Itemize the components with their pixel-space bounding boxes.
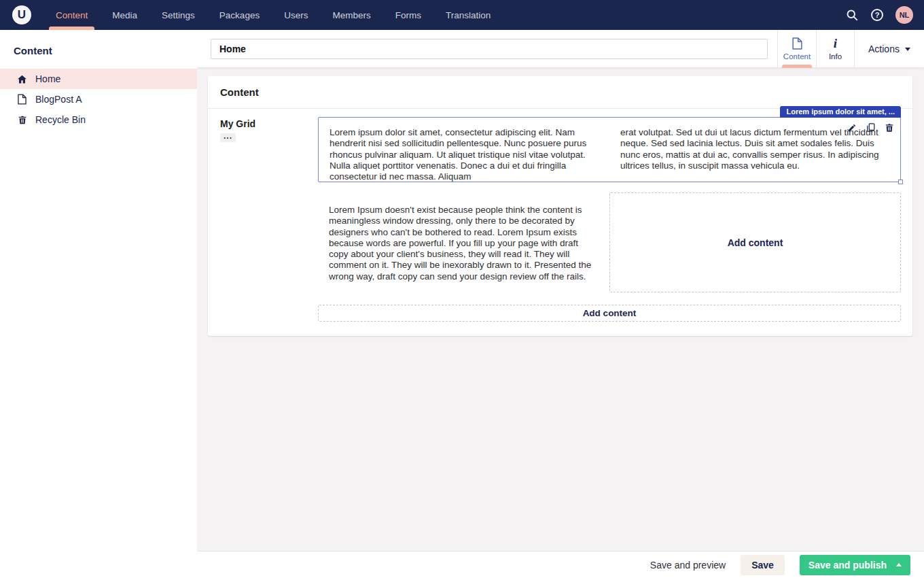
nav-item-label: Media — [112, 10, 137, 20]
grid-cell-tooltip: Lorem ipsum dolor sit amet, ... — [780, 106, 901, 118]
grid-row-selected[interactable]: Lorem ipsum dolor sit amet, ... Lorem ip… — [318, 117, 901, 182]
content-tree-sidebar: Content Home BlogPost A Recycle Bin — [0, 30, 197, 578]
tree-item-label: Home — [35, 73, 60, 84]
nav-item-label: Packages — [219, 10, 260, 20]
sidebar-item-blogpost-a[interactable]: BlogPost A — [0, 89, 197, 109]
page-name-input[interactable] — [211, 39, 768, 59]
help-icon[interactable]: ? — [871, 9, 883, 21]
copy-icon[interactable] — [866, 122, 876, 133]
nav-item-label: Users — [284, 10, 308, 20]
content-group-card: Content My Grid ... Lorem ipsum dolor si… — [208, 76, 912, 336]
search-icon[interactable] — [845, 8, 859, 22]
group-body: My Grid ... Lorem ipsum dolor sit amet, … — [208, 109, 912, 322]
editor-workspace: Content My Grid ... Lorem ipsum dolor si… — [197, 68, 924, 551]
property-label: My Grid — [220, 118, 318, 129]
actions-label: Actions — [868, 44, 900, 54]
editor-footer-bar: Save and preview Save Save and publish — [197, 551, 924, 578]
topnav-right-cluster: ? NL — [845, 6, 924, 24]
document-icon — [792, 36, 802, 50]
cell-resize-handle[interactable] — [898, 180, 903, 184]
tree-item-label: BlogPost A — [35, 94, 82, 105]
nav-item-translation[interactable]: Translation — [433, 0, 503, 30]
save-and-preview-button[interactable]: Save and preview — [650, 560, 726, 571]
nav-item-members[interactable]: Members — [320, 0, 383, 30]
nav-item-label: Content — [56, 10, 88, 20]
chevron-down-icon — [905, 48, 910, 51]
document-icon — [16, 94, 28, 105]
tree-item-label: Recycle Bin — [35, 114, 86, 125]
top-navigation-bar: U Content Media Settings Packages Users … — [0, 0, 924, 30]
nav-item-label: Members — [332, 10, 370, 20]
group-heading: Content — [208, 76, 912, 109]
save-button[interactable]: Save — [741, 555, 785, 575]
umbraco-logo-icon[interactable]: U — [12, 5, 31, 24]
nav-item-forms[interactable]: Forms — [383, 0, 433, 30]
tab-label: Info — [829, 52, 842, 61]
tab-label: Content — [783, 52, 811, 61]
sidebar-section-title: Content — [0, 30, 197, 69]
home-icon — [16, 74, 28, 84]
add-content-cell-button[interactable]: Add content — [609, 192, 901, 292]
editor-header: Content i Info Actions — [197, 30, 924, 68]
sidebar-item-recycle-bin[interactable]: Recycle Bin — [0, 109, 197, 130]
tab-content[interactable]: Content — [777, 30, 816, 68]
property-label-column: My Grid ... — [220, 117, 318, 322]
save-and-publish-label: Save and publish — [808, 560, 887, 571]
nav-item-users[interactable]: Users — [272, 0, 320, 30]
grid-row: Lorem Ipsum doesn't exist because people… — [318, 192, 901, 292]
nav-item-media[interactable]: Media — [100, 0, 149, 30]
edit-pencil-icon[interactable] — [847, 123, 857, 133]
active-tab-underline — [782, 65, 812, 68]
save-and-publish-button[interactable]: Save and publish — [800, 555, 910, 575]
nav-item-label: Translation — [446, 10, 491, 20]
delete-trash-icon[interactable] — [885, 123, 894, 133]
editor-tabs: Content i Info Actions — [777, 30, 924, 68]
sidebar-item-home[interactable]: Home — [0, 69, 197, 89]
add-content-row-button[interactable]: Add content — [318, 305, 901, 322]
info-icon: i — [834, 36, 837, 50]
grid-editor: Lorem ipsum dolor sit amet, ... Lorem ip… — [318, 117, 901, 322]
trash-icon — [16, 115, 28, 125]
nav-item-label: Settings — [162, 10, 195, 20]
tab-info[interactable]: i Info — [816, 30, 855, 68]
active-nav-underline — [49, 27, 94, 30]
grid-text-cell[interactable]: Lorem ipsum dolor sit amet, consectetur … — [319, 118, 609, 182]
nav-item-content[interactable]: Content — [43, 0, 100, 30]
logo-wrap: U — [0, 5, 43, 24]
chevron-up-icon[interactable] — [896, 563, 902, 566]
property-overflow-badge[interactable]: ... — [220, 133, 236, 142]
nav-item-packages[interactable]: Packages — [207, 0, 272, 30]
actions-dropdown-button[interactable]: Actions — [855, 30, 924, 68]
nav-item-settings[interactable]: Settings — [149, 0, 207, 30]
nav-item-label: Forms — [395, 10, 421, 20]
user-avatar[interactable]: NL — [895, 6, 913, 24]
grid-text-cell[interactable]: Lorem Ipsum doesn't exist because people… — [318, 192, 609, 292]
grid-cell-toolbar — [847, 122, 894, 133]
